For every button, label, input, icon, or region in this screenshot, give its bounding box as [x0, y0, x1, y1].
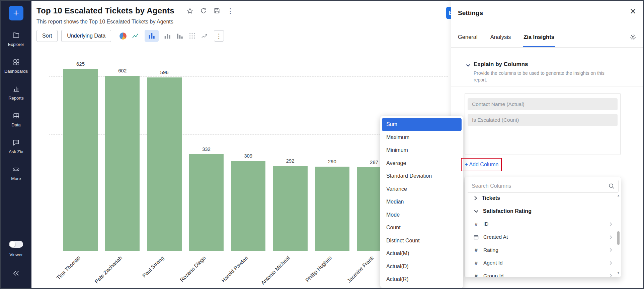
stacked-bar-chart-icon[interactable] [176, 32, 183, 40]
aggregation-option-sum[interactable]: Sum [382, 118, 462, 131]
refresh-icon[interactable] [200, 7, 207, 14]
bar[interactable] [63, 69, 98, 251]
chevron-right-icon [610, 261, 612, 265]
aggregation-option-mode[interactable]: Mode [382, 209, 462, 222]
sort-button[interactable]: Sort [36, 30, 58, 42]
dashboard-grid-icon [1, 58, 31, 66]
aggregation-option-actual-m[interactable]: Actual(M) [382, 247, 462, 260]
close-icon[interactable]: × [630, 6, 636, 16]
more-chart-types-icon[interactable]: ⋮ [214, 30, 224, 42]
line-chart-icon[interactable] [132, 32, 140, 40]
x-axis-label: Jasmine Frank [330, 255, 375, 289]
chevron-right-icon [610, 248, 612, 252]
column-chip[interactable]: Is Escalated (Count) [468, 114, 618, 126]
pie-chart-icon[interactable] [119, 33, 127, 40]
bar-value-label: 309 [231, 153, 265, 159]
sidebar-item-ask-zia[interactable]: Ask Zia [1, 138, 31, 154]
aggregation-option-actual-r[interactable]: Actual(R) [382, 273, 462, 286]
number-type-icon: # [475, 273, 477, 277]
sidebar-item-label: Reports [1, 96, 31, 101]
bar-value-label: 625 [63, 61, 98, 67]
number-type-icon: # [475, 221, 477, 227]
bar-value-label: 290 [315, 159, 349, 164]
aggregation-option-minimum[interactable]: Minimum [382, 144, 462, 157]
field-label: Rating [483, 247, 498, 253]
ellipsis-pill-icon [1, 165, 31, 174]
column-field-agent-id[interactable]: #Agent Id [465, 256, 616, 270]
bar-value-label: 332 [189, 146, 224, 152]
column-picker: TicketsSatisfaction Rating#IDCreated At#… [465, 177, 621, 277]
column-list: TicketsSatisfaction Rating#IDCreated At#… [465, 192, 616, 277]
scroll-up-arrow[interactable]: ▲ [617, 194, 620, 197]
bar[interactable] [273, 166, 308, 251]
chevron-down-icon[interactable] [466, 64, 470, 67]
sidebar: + Explorer Dashboards Reports Data [1, 1, 31, 288]
column-chart-icon[interactable] [164, 32, 171, 40]
more-options-icon[interactable]: ⋮ [227, 7, 234, 14]
column-field-rating[interactable]: #Rating [465, 243, 616, 256]
bar[interactable] [105, 76, 140, 251]
sidebar-item-explorer[interactable]: Explorer [1, 31, 31, 47]
aggregation-menu: SumMaximumMinimumAverageStandard Deviati… [380, 116, 463, 288]
save-icon[interactable] [214, 7, 220, 14]
bar-value-label: 292 [273, 158, 308, 164]
column-group-satisfaction-rating[interactable]: Satisfaction Rating [465, 205, 616, 218]
aggregation-option-count[interactable]: Count [382, 221, 462, 234]
sidebar-item-label: Data [1, 122, 31, 127]
column-field-created-at[interactable]: Created At [465, 231, 616, 244]
aggregation-option-median[interactable]: Median [382, 195, 462, 209]
group-label: Satisfaction Rating [483, 208, 532, 214]
aggregation-option-actual-d[interactable]: Actual(D) [382, 260, 462, 273]
divider [451, 86, 643, 87]
gear-icon[interactable] [630, 34, 637, 41]
bar[interactable] [315, 167, 349, 251]
favorite-star-icon[interactable] [186, 7, 193, 14]
chevron-right-icon [610, 274, 612, 277]
bar[interactable] [231, 161, 265, 251]
report-header: Top 10 Escalated Tickets by Agents ⋮ [36, 6, 234, 15]
report-chart-icon [1, 84, 31, 93]
column-field-id[interactable]: #ID [465, 218, 616, 231]
add-column-link[interactable]: + Add Column [461, 158, 502, 171]
scatter-chart-icon[interactable] [188, 32, 196, 40]
underlying-data-button[interactable]: Underlying Data [61, 30, 111, 42]
column-chip[interactable]: Contact Name (Actual) [468, 98, 618, 110]
sidebar-item-reports[interactable]: Reports [1, 84, 31, 101]
sidebar-item-data[interactable]: Data [1, 111, 31, 127]
toolbar: Sort Underlying Data ⋮ [36, 30, 224, 42]
bar[interactable] [147, 77, 182, 251]
collapse-sidebar-icon[interactable] [1, 270, 31, 278]
trend-chart-icon[interactable] [201, 32, 209, 40]
aggregation-option-variance[interactable]: Variance [382, 183, 462, 196]
sidebar-item-label: Explorer [1, 42, 31, 47]
field-label: Created At [483, 234, 508, 240]
chevron-right-icon [610, 235, 612, 239]
x-axis-label: Rozario Diego [163, 255, 207, 289]
search-columns-input[interactable] [467, 180, 619, 192]
sidebar-item-dashboards[interactable]: Dashboards [1, 58, 31, 74]
bar-chart-icon-selected[interactable] [145, 30, 159, 42]
scrollbar-thumb[interactable] [617, 231, 620, 245]
tab-analysis[interactable]: Analysis [490, 27, 511, 47]
chevron-down-icon [474, 210, 479, 213]
chevron-right-icon [610, 222, 612, 226]
toggle-knob [10, 241, 15, 247]
tab-general[interactable]: General [458, 27, 478, 47]
settings-panel: Settings × General Analysis Zia Insights… [451, 1, 643, 288]
aggregation-option-maximum[interactable]: Maximum [382, 131, 462, 144]
aggregation-option-standard-deviation[interactable]: Standard Deviation [382, 170, 462, 183]
tab-zia-insights[interactable]: Zia Insights [524, 27, 554, 47]
viewer-toggle[interactable] [9, 241, 23, 248]
column-group-tickets[interactable]: Tickets [465, 192, 616, 205]
x-axis-label: Tina Thomas [37, 255, 81, 289]
x-axis-label: Pete Zachariah [79, 255, 124, 289]
column-field-group-id[interactable]: #Group Id [465, 270, 616, 277]
bar[interactable] [189, 154, 224, 251]
scroll-down-arrow[interactable]: ▼ [617, 271, 620, 275]
sidebar-item-more[interactable]: More [1, 165, 31, 181]
x-axis-label: Antonio Micheal [247, 255, 291, 289]
bar-value-label: 596 [147, 69, 182, 75]
aggregation-option-distinct-count[interactable]: Distinct Count [382, 234, 462, 247]
aggregation-option-average[interactable]: Average [382, 157, 462, 170]
create-new-button[interactable]: + [9, 6, 23, 20]
